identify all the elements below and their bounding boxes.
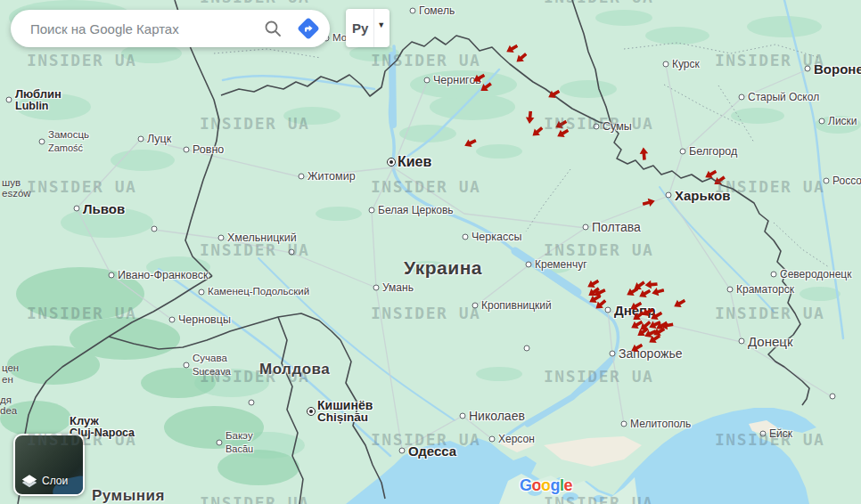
divider: [373, 9, 374, 47]
google-logo[interactable]: Google: [520, 476, 572, 495]
google-logo-letter: g: [551, 476, 561, 494]
search-bar[interactable]: [11, 10, 330, 47]
search-icon[interactable]: [255, 11, 291, 46]
layers-button[interactable]: Слои: [13, 434, 85, 496]
directions-button[interactable]: [291, 11, 326, 46]
layers-icon: [21, 474, 37, 488]
language-label: Ру: [352, 20, 368, 36]
language-button[interactable]: Ру ▼: [346, 9, 390, 47]
google-logo-letter: o: [541, 476, 551, 494]
directions-icon: [295, 15, 322, 42]
search-input[interactable]: [29, 20, 255, 37]
google-logo-letter: o: [532, 476, 542, 494]
google-logo-letter: G: [520, 476, 532, 494]
google-logo-letter: e: [564, 476, 573, 494]
map-stage: ГомельКурскВоронежСтарый ОсколЛискиРоссо…: [0, 0, 861, 504]
chevron-down-icon: ▼: [377, 20, 385, 29]
layers-label: Слои: [42, 475, 68, 487]
magnifier-glyph: [263, 19, 283, 38]
